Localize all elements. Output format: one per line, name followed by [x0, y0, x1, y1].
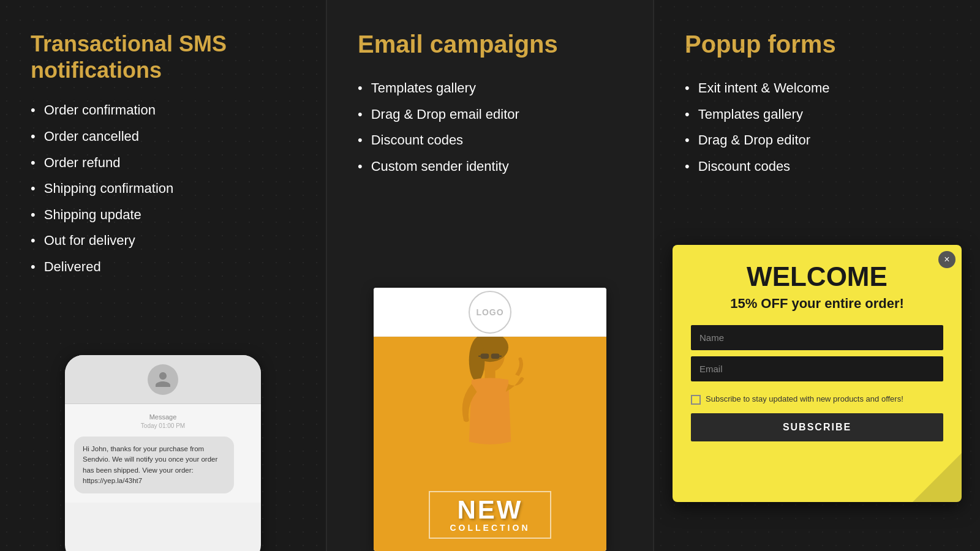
popup-feature-list: Exit intent & Welcome Templates gallery … — [685, 80, 956, 175]
list-item: Templates gallery — [358, 80, 628, 97]
list-item: Order cancelled — [31, 128, 301, 146]
subscribe-checkbox-row: Subscribe to stay updated with new produ… — [691, 394, 943, 405]
user-icon — [154, 370, 172, 389]
subscribe-label: Subscribe to stay updated with new produ… — [706, 394, 903, 405]
email-mockup: LOGO — [374, 288, 606, 551]
message-bubble: Hi John, thanks for your purchase from S… — [74, 437, 234, 493]
phone-mockup: Message Today 01:00 PM Hi John, thanks f… — [65, 355, 261, 551]
list-item: Custom sender identity — [358, 158, 628, 176]
popup-diagonal-decoration — [913, 453, 962, 502]
email-body: NEW COLLECTION — [374, 337, 606, 551]
list-item: Templates gallery — [685, 106, 956, 124]
svg-rect-5 — [491, 353, 500, 359]
close-button[interactable]: × — [938, 251, 956, 268]
collection-text: COLLECTION — [442, 523, 538, 533]
list-item: Order confirmation — [31, 102, 301, 119]
avatar — [148, 364, 178, 395]
list-item: Drag & Drop email editor — [358, 106, 628, 124]
list-item: Shipping confirmation — [31, 180, 301, 198]
name-input[interactable] — [691, 325, 943, 350]
phone-body: Message Today 01:00 PM Hi John, thanks f… — [65, 404, 261, 503]
list-item: Discount codes — [685, 158, 956, 176]
popup-title: Popup forms — [685, 31, 956, 58]
new-collection-box: NEW COLLECTION — [429, 491, 551, 539]
popup-mockup: × WELCOME 15% OFF your entire order! Sub… — [673, 245, 962, 502]
sms-title: Transactional SMS notifications — [31, 31, 301, 83]
list-item: Out for delivery — [31, 232, 301, 250]
list-item: Delivered — [31, 258, 301, 276]
popup-discount-text: 15% OFF your entire order! — [691, 295, 943, 313]
new-text: NEW — [442, 497, 538, 523]
message-label: Message — [74, 413, 252, 421]
popup-welcome-text: WELCOME — [691, 263, 943, 290]
email-logo: LOGO — [469, 291, 511, 334]
email-feature-list: Templates gallery Drag & Drop email edit… — [358, 80, 628, 175]
subscribe-checkbox[interactable] — [691, 395, 701, 405]
svg-rect-4 — [481, 353, 489, 359]
sms-column: Transactional SMS notifications Order co… — [0, 0, 327, 551]
list-item: Shipping update — [31, 206, 301, 224]
email-column: Email campaigns Templates gallery Drag &… — [327, 0, 654, 551]
list-item: Order refund — [31, 154, 301, 172]
message-time: Today 01:00 PM — [74, 422, 252, 429]
list-item: Discount codes — [358, 132, 628, 149]
sms-feature-list: Order confirmation Order cancelled Order… — [31, 102, 301, 276]
svg-point-2 — [469, 339, 485, 381]
phone-top — [65, 355, 261, 404]
popup-body: WELCOME 15% OFF your entire order! Subsc… — [673, 245, 962, 454]
list-item: Exit intent & Welcome — [685, 80, 956, 97]
list-item: Drag & Drop editor — [685, 132, 956, 149]
email-input[interactable] — [691, 356, 943, 381]
subscribe-button[interactable]: SUBSCRIBE — [691, 413, 943, 441]
email-header: LOGO — [374, 288, 606, 337]
popup-column: Popup forms Exit intent & Welcome Templa… — [654, 0, 980, 551]
email-title: Email campaigns — [358, 31, 628, 58]
